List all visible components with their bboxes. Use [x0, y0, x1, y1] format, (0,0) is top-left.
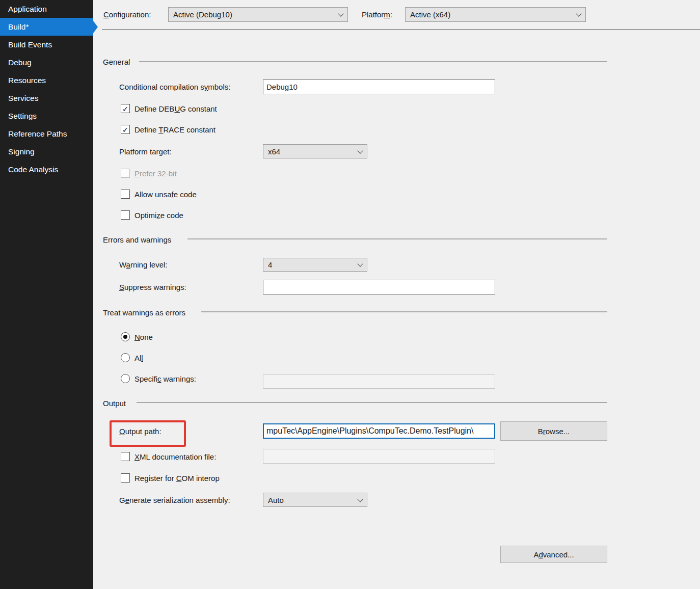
conditional-symbols-label: Conditional compilation symbols:: [119, 83, 230, 91]
com-interop-label: Register for COM interop: [134, 474, 220, 483]
sidebar-item-application[interactable]: Application: [0, 0, 93, 18]
platform-row: Platform:: [362, 7, 392, 22]
properties-tab-sidebar: Application Build* Build Events Debug Re…: [0, 0, 93, 589]
sidebar-item-label: Services: [8, 94, 38, 103]
allow-unsafe-label: Allow unsafe code: [134, 190, 197, 199]
warning-level-dropdown-value: 4: [268, 260, 272, 269]
sidebar-item-label: Build*: [8, 22, 29, 32]
sidebar-item-label: Reference Paths: [8, 129, 67, 139]
treat-specific-radio[interactable]: [121, 374, 130, 383]
treat-all-label: All: [134, 354, 143, 362]
configuration-dropdown-value: Active (Debug10): [173, 10, 232, 19]
selected-arrow-icon: [93, 21, 98, 33]
serialization-dropdown-value: Auto: [268, 496, 284, 504]
define-trace-checkbox[interactable]: ✓: [121, 125, 130, 134]
sidebar-item-services[interactable]: Services: [0, 89, 93, 107]
platform-dropdown[interactable]: Active (x64): [405, 7, 586, 22]
suppress-warnings-row: Suppress warnings:: [119, 280, 186, 294]
radio-dot-icon: [123, 335, 127, 339]
general-section-title: General: [103, 56, 130, 67]
sidebar-item-build-events[interactable]: Build Events: [0, 36, 93, 53]
platform-target-dropdown[interactable]: x64: [263, 144, 367, 158]
platform-target-row: Platform target:: [119, 144, 172, 158]
treat-none-radio[interactable]: [121, 332, 130, 341]
errors-warnings-section-line: [187, 238, 607, 239]
chevron-down-icon: [338, 11, 343, 16]
serialization-label: Generate serialization assembly:: [119, 496, 230, 504]
sidebar-item-build[interactable]: Build*: [0, 18, 93, 36]
sidebar-item-label: Application: [8, 5, 47, 14]
xml-doc-label: XML documentation file:: [134, 452, 216, 461]
sidebar-item-signing[interactable]: Signing: [0, 143, 93, 160]
checkmark-icon: ✓: [122, 105, 129, 113]
define-trace-row: ✓ Define TRACE constant: [121, 124, 216, 135]
xml-doc-input: [263, 449, 495, 464]
checkmark-icon: ✓: [122, 126, 129, 133]
errors-warnings-section-title: Errors and warnings: [103, 234, 171, 245]
treat-specific-row: Specific warnings:: [121, 373, 196, 384]
sidebar-item-label: Code Analysis: [8, 165, 58, 174]
platform-target-label: Platform target:: [119, 147, 172, 156]
prefer-32bit-row: Prefer 32-bit: [121, 168, 177, 178]
advanced-button-label: Advanced...: [533, 550, 574, 559]
project-properties-build-page: Application Build* Build Events Debug Re…: [0, 0, 700, 589]
treat-none-row: None: [121, 332, 153, 342]
com-interop-checkbox[interactable]: [121, 473, 130, 483]
prefer-32bit-checkbox: [121, 169, 130, 178]
chevron-down-icon: [576, 11, 581, 16]
xml-doc-checkbox[interactable]: [121, 452, 130, 461]
configuration-label: Configuration:: [103, 10, 151, 19]
define-debug-checkbox[interactable]: ✓: [121, 104, 130, 113]
define-debug-label: Define DEBUG constant: [134, 104, 217, 113]
platform-dropdown-value: Active (x64): [410, 10, 450, 19]
com-interop-row: Register for COM interop: [121, 473, 220, 483]
configuration-row: Configuration:: [103, 7, 151, 22]
sidebar-item-code-analysis[interactable]: Code Analysis: [0, 160, 93, 178]
treat-all-row: All: [121, 353, 143, 363]
allow-unsafe-row: Allow unsafe code: [121, 189, 197, 199]
prefer-32bit-label: Prefer 32-bit: [134, 169, 177, 178]
optimize-code-checkbox[interactable]: [121, 210, 130, 220]
serialization-row: Generate serialization assembly:: [119, 493, 230, 507]
sidebar-item-debug[interactable]: Debug: [0, 53, 93, 71]
define-trace-label: Define TRACE constant: [134, 125, 216, 134]
treat-warnings-section-line: [201, 311, 607, 312]
warning-level-row: Warning level:: [119, 258, 168, 272]
browse-button-label: Browse...: [538, 427, 570, 436]
specific-warnings-input: [263, 374, 495, 389]
define-debug-row: ✓ Define DEBUG constant: [121, 103, 217, 114]
sidebar-item-label: Debug: [8, 58, 32, 67]
treat-all-radio[interactable]: [121, 353, 130, 362]
sidebar-item-resources[interactable]: Resources: [0, 71, 93, 89]
warning-level-dropdown[interactable]: 4: [263, 258, 367, 272]
chevron-down-icon: [357, 261, 363, 266]
warning-level-label: Warning level:: [119, 260, 168, 269]
treat-warnings-section-title: Treat warnings as errors: [103, 307, 185, 318]
output-section-line: [137, 402, 607, 403]
configuration-dropdown[interactable]: Active (Debug10): [168, 7, 348, 22]
browse-button[interactable]: Browse...: [500, 421, 607, 441]
sidebar-item-label: Settings: [8, 112, 37, 121]
sidebar-item-settings[interactable]: Settings: [0, 107, 93, 125]
chevron-down-icon: [357, 496, 363, 502]
allow-unsafe-checkbox[interactable]: [121, 190, 130, 199]
sidebar-item-label: Resources: [8, 76, 46, 85]
output-section-title: Output: [103, 397, 126, 409]
suppress-warnings-label: Suppress warnings:: [119, 283, 186, 291]
output-path-input[interactable]: [263, 423, 495, 439]
sidebar-item-reference-paths[interactable]: Reference Paths: [0, 125, 93, 143]
conditional-symbols-input[interactable]: [263, 79, 495, 94]
suppress-warnings-input[interactable]: [263, 280, 495, 294]
output-path-row: Output path:: [119, 423, 161, 439]
sidebar-item-label: Build Events: [8, 40, 52, 49]
general-section-line: [139, 61, 607, 62]
output-path-label: Output path:: [119, 427, 161, 436]
xml-doc-row: XML documentation file:: [121, 451, 216, 462]
sidebar-item-label: Signing: [8, 147, 35, 156]
serialization-dropdown[interactable]: Auto: [263, 493, 367, 507]
advanced-button[interactable]: Advanced...: [500, 546, 607, 563]
optimize-code-label: Optimize code: [134, 211, 183, 220]
conditional-symbols-row: Conditional compilation symbols:: [119, 79, 230, 94]
chevron-down-icon: [357, 148, 363, 153]
treat-specific-label: Specific warnings:: [134, 374, 196, 383]
